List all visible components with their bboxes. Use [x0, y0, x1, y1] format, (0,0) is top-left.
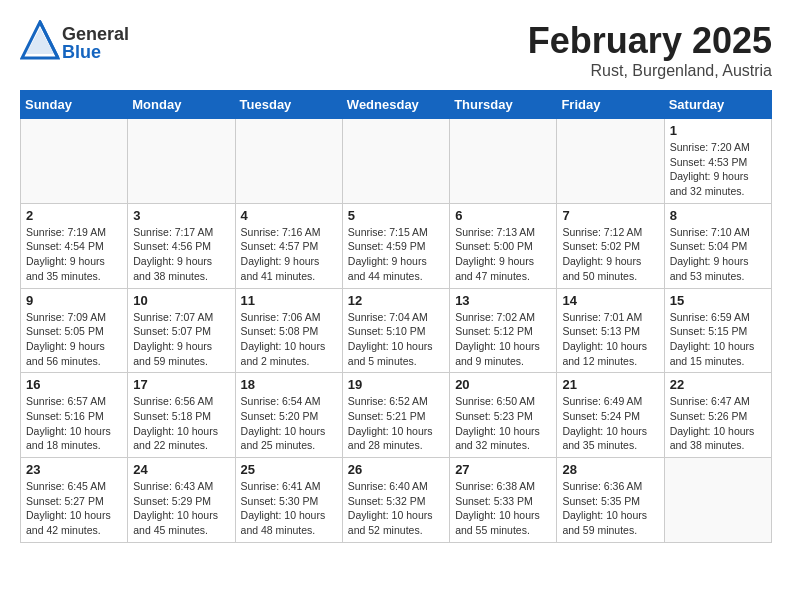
logo-general: General	[62, 25, 129, 43]
calendar-cell: 5Sunrise: 7:15 AM Sunset: 4:59 PM Daylig…	[342, 203, 449, 288]
day-info: Sunrise: 6:45 AM Sunset: 5:27 PM Dayligh…	[26, 479, 122, 538]
calendar-cell: 10Sunrise: 7:07 AM Sunset: 5:07 PM Dayli…	[128, 288, 235, 373]
calendar-cell: 16Sunrise: 6:57 AM Sunset: 5:16 PM Dayli…	[21, 373, 128, 458]
day-number: 22	[670, 377, 766, 392]
calendar-cell: 2Sunrise: 7:19 AM Sunset: 4:54 PM Daylig…	[21, 203, 128, 288]
calendar-cell: 20Sunrise: 6:50 AM Sunset: 5:23 PM Dayli…	[450, 373, 557, 458]
calendar-week-row: 1Sunrise: 7:20 AM Sunset: 4:53 PM Daylig…	[21, 119, 772, 204]
day-number: 21	[562, 377, 658, 392]
day-number: 26	[348, 462, 444, 477]
calendar-cell: 13Sunrise: 7:02 AM Sunset: 5:12 PM Dayli…	[450, 288, 557, 373]
day-number: 7	[562, 208, 658, 223]
calendar-cell	[21, 119, 128, 204]
page-header: General Blue February 2025 Rust, Burgenl…	[20, 20, 772, 80]
day-number: 14	[562, 293, 658, 308]
day-number: 23	[26, 462, 122, 477]
col-header-wednesday: Wednesday	[342, 91, 449, 119]
day-number: 20	[455, 377, 551, 392]
title-block: February 2025 Rust, Burgenland, Austria	[528, 20, 772, 80]
day-info: Sunrise: 7:07 AM Sunset: 5:07 PM Dayligh…	[133, 310, 229, 369]
calendar-week-row: 2Sunrise: 7:19 AM Sunset: 4:54 PM Daylig…	[21, 203, 772, 288]
calendar-cell	[450, 119, 557, 204]
day-number: 17	[133, 377, 229, 392]
calendar-cell: 25Sunrise: 6:41 AM Sunset: 5:30 PM Dayli…	[235, 458, 342, 543]
day-info: Sunrise: 7:19 AM Sunset: 4:54 PM Dayligh…	[26, 225, 122, 284]
logo: General Blue	[20, 20, 129, 65]
day-number: 4	[241, 208, 337, 223]
day-info: Sunrise: 6:47 AM Sunset: 5:26 PM Dayligh…	[670, 394, 766, 453]
col-header-sunday: Sunday	[21, 91, 128, 119]
day-info: Sunrise: 6:56 AM Sunset: 5:18 PM Dayligh…	[133, 394, 229, 453]
day-info: Sunrise: 6:50 AM Sunset: 5:23 PM Dayligh…	[455, 394, 551, 453]
calendar-cell	[128, 119, 235, 204]
calendar-cell: 4Sunrise: 7:16 AM Sunset: 4:57 PM Daylig…	[235, 203, 342, 288]
calendar-cell: 15Sunrise: 6:59 AM Sunset: 5:15 PM Dayli…	[664, 288, 771, 373]
day-info: Sunrise: 7:06 AM Sunset: 5:08 PM Dayligh…	[241, 310, 337, 369]
day-number: 25	[241, 462, 337, 477]
day-info: Sunrise: 7:16 AM Sunset: 4:57 PM Dayligh…	[241, 225, 337, 284]
day-number: 18	[241, 377, 337, 392]
calendar-cell	[664, 458, 771, 543]
col-header-tuesday: Tuesday	[235, 91, 342, 119]
calendar-cell: 12Sunrise: 7:04 AM Sunset: 5:10 PM Dayli…	[342, 288, 449, 373]
day-number: 6	[455, 208, 551, 223]
day-number: 1	[670, 123, 766, 138]
calendar-cell: 11Sunrise: 7:06 AM Sunset: 5:08 PM Dayli…	[235, 288, 342, 373]
location: Rust, Burgenland, Austria	[528, 62, 772, 80]
calendar-cell: 8Sunrise: 7:10 AM Sunset: 5:04 PM Daylig…	[664, 203, 771, 288]
day-info: Sunrise: 7:20 AM Sunset: 4:53 PM Dayligh…	[670, 140, 766, 199]
day-info: Sunrise: 7:02 AM Sunset: 5:12 PM Dayligh…	[455, 310, 551, 369]
calendar-cell: 7Sunrise: 7:12 AM Sunset: 5:02 PM Daylig…	[557, 203, 664, 288]
day-info: Sunrise: 6:41 AM Sunset: 5:30 PM Dayligh…	[241, 479, 337, 538]
day-info: Sunrise: 7:15 AM Sunset: 4:59 PM Dayligh…	[348, 225, 444, 284]
calendar-week-row: 23Sunrise: 6:45 AM Sunset: 5:27 PM Dayli…	[21, 458, 772, 543]
day-number: 19	[348, 377, 444, 392]
month-title: February 2025	[528, 20, 772, 62]
day-number: 27	[455, 462, 551, 477]
day-info: Sunrise: 7:04 AM Sunset: 5:10 PM Dayligh…	[348, 310, 444, 369]
col-header-friday: Friday	[557, 91, 664, 119]
day-info: Sunrise: 6:43 AM Sunset: 5:29 PM Dayligh…	[133, 479, 229, 538]
logo-icon	[20, 20, 60, 65]
calendar-cell	[557, 119, 664, 204]
day-info: Sunrise: 7:17 AM Sunset: 4:56 PM Dayligh…	[133, 225, 229, 284]
day-number: 12	[348, 293, 444, 308]
calendar-cell: 3Sunrise: 7:17 AM Sunset: 4:56 PM Daylig…	[128, 203, 235, 288]
logo-text-block: General Blue	[62, 25, 129, 61]
day-info: Sunrise: 7:12 AM Sunset: 5:02 PM Dayligh…	[562, 225, 658, 284]
day-number: 16	[26, 377, 122, 392]
day-number: 11	[241, 293, 337, 308]
col-header-saturday: Saturday	[664, 91, 771, 119]
day-info: Sunrise: 7:10 AM Sunset: 5:04 PM Dayligh…	[670, 225, 766, 284]
day-number: 9	[26, 293, 122, 308]
day-info: Sunrise: 7:13 AM Sunset: 5:00 PM Dayligh…	[455, 225, 551, 284]
day-info: Sunrise: 6:40 AM Sunset: 5:32 PM Dayligh…	[348, 479, 444, 538]
calendar-cell: 24Sunrise: 6:43 AM Sunset: 5:29 PM Dayli…	[128, 458, 235, 543]
day-number: 15	[670, 293, 766, 308]
day-number: 13	[455, 293, 551, 308]
day-number: 2	[26, 208, 122, 223]
calendar-cell	[342, 119, 449, 204]
day-info: Sunrise: 6:57 AM Sunset: 5:16 PM Dayligh…	[26, 394, 122, 453]
calendar-header-row: SundayMondayTuesdayWednesdayThursdayFrid…	[21, 91, 772, 119]
day-info: Sunrise: 6:52 AM Sunset: 5:21 PM Dayligh…	[348, 394, 444, 453]
day-number: 3	[133, 208, 229, 223]
day-info: Sunrise: 6:54 AM Sunset: 5:20 PM Dayligh…	[241, 394, 337, 453]
calendar-cell: 1Sunrise: 7:20 AM Sunset: 4:53 PM Daylig…	[664, 119, 771, 204]
calendar-week-row: 16Sunrise: 6:57 AM Sunset: 5:16 PM Dayli…	[21, 373, 772, 458]
day-number: 24	[133, 462, 229, 477]
day-number: 5	[348, 208, 444, 223]
calendar-cell: 28Sunrise: 6:36 AM Sunset: 5:35 PM Dayli…	[557, 458, 664, 543]
calendar-table: SundayMondayTuesdayWednesdayThursdayFrid…	[20, 90, 772, 543]
day-number: 28	[562, 462, 658, 477]
calendar-cell: 23Sunrise: 6:45 AM Sunset: 5:27 PM Dayli…	[21, 458, 128, 543]
calendar-week-row: 9Sunrise: 7:09 AM Sunset: 5:05 PM Daylig…	[21, 288, 772, 373]
day-info: Sunrise: 6:59 AM Sunset: 5:15 PM Dayligh…	[670, 310, 766, 369]
day-number: 8	[670, 208, 766, 223]
calendar-cell: 17Sunrise: 6:56 AM Sunset: 5:18 PM Dayli…	[128, 373, 235, 458]
day-info: Sunrise: 6:49 AM Sunset: 5:24 PM Dayligh…	[562, 394, 658, 453]
calendar-cell: 22Sunrise: 6:47 AM Sunset: 5:26 PM Dayli…	[664, 373, 771, 458]
logo-blue: Blue	[62, 43, 129, 61]
calendar-cell: 6Sunrise: 7:13 AM Sunset: 5:00 PM Daylig…	[450, 203, 557, 288]
calendar-cell: 14Sunrise: 7:01 AM Sunset: 5:13 PM Dayli…	[557, 288, 664, 373]
